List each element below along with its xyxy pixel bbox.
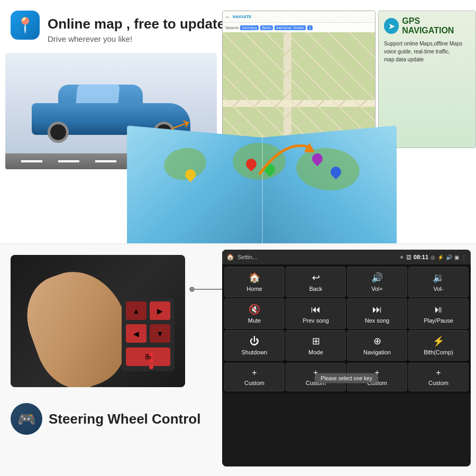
bluetooth-comp-button[interactable]: ⚡ Blth(Comp) <box>408 330 469 361</box>
next-song-button[interactable]: ⏭ Nex song <box>347 298 407 329</box>
top-section: Online map , free to update. Drive where… <box>0 0 476 243</box>
online-map-text: Online map , free to update. Drive where… <box>48 16 228 43</box>
back-button[interactable]: ↩ Back <box>286 267 346 297</box>
pin-yellow <box>185 169 196 180</box>
status-location-icon: ◎ <box>431 254 435 260</box>
shutdown-button[interactable]: ⏻ Shutdown <box>224 330 285 361</box>
navigation-label: Navigation <box>363 349 391 355</box>
vol-plus-button[interactable]: 🔊 Vol+ <box>347 267 407 297</box>
prev-song-label: Prev song <box>303 317 329 324</box>
bluetooth-label: Blth(Comp) <box>424 349 453 355</box>
status-home-icon: 🏠 <box>226 253 234 261</box>
map-back-button[interactable]: ← <box>225 14 230 20</box>
play-pause-button[interactable]: ⏯ Play/Pause <box>408 298 469 329</box>
vol-plus-label: Vol+ <box>371 286 383 292</box>
next-song-icon: ⏭ <box>372 304 382 315</box>
status-settings-text: Settin... <box>237 254 396 260</box>
status-menu-icon: ⋮ <box>461 254 466 260</box>
pin-head-blue <box>328 164 343 179</box>
red-dot-2 <box>149 359 153 363</box>
steering-interior: ▲ ▶ ◀ ▼ ⊞ <box>11 255 185 387</box>
shutdown-label: Shutdown <box>242 349 268 355</box>
steering-control-text: Steering Wheel Control <box>49 411 200 427</box>
custom-row: Please select one key + Custom + Custom … <box>222 363 471 393</box>
car-wheel-left <box>48 122 69 143</box>
control-panel: 🏠 Settin... ☀ 🖼 08:11 ◎ ⚡ 🔊 ▣ ⋮ 🏠 Home ↩ <box>222 250 471 466</box>
navigation-button[interactable]: ⊕ Navigation <box>347 330 407 361</box>
home-icon: 🏠 <box>249 272 260 283</box>
map-breadcrumb: Germany Berlin Aachener Straße 1 <box>240 25 313 30</box>
status-icons: ☀ 🖼 08:11 ◎ ⚡ 🔊 ▣ ⋮ <box>399 254 466 260</box>
map-app-icon <box>11 11 40 40</box>
status-volume-icon: 🔊 <box>446 254 452 260</box>
pin-blue <box>331 167 341 177</box>
next-song-label: Nex song <box>365 317 389 324</box>
mode-icon: ⊞ <box>312 335 320 347</box>
bluetooth-icon: ⚡ <box>433 335 444 347</box>
breadcrumb-number: 1 <box>307 25 313 30</box>
mute-button[interactable]: 🔇 Mute <box>224 298 285 329</box>
custom-button-1[interactable]: + Custom <box>224 363 285 391</box>
gps-description: Support online Maps,offline Mapsvoice gu… <box>384 40 470 63</box>
navigation-icon: ⊕ <box>373 335 381 347</box>
map-subtitle: Drive wherever you like! <box>48 34 228 43</box>
status-bluetooth-icon: ⚡ <box>437 254 444 260</box>
map-top-bar: ← NAIGATE <box>223 11 375 23</box>
steer-btn-4: ▼ <box>150 324 170 343</box>
status-battery-icon: ▣ <box>454 254 459 260</box>
steer-btn-3: ◀ <box>126 324 147 343</box>
gps-arrow-icon: ➤ <box>384 18 399 34</box>
select-key-overlay: Please select one key <box>314 373 378 383</box>
steering-wheel-photo: ▲ ▶ ◀ ▼ ⊞ <box>11 255 185 387</box>
status-bar: 🏠 Settin... ☀ 🖼 08:11 ◎ ⚡ 🔊 ▣ ⋮ <box>222 250 471 264</box>
curved-arrow-icon <box>254 132 317 185</box>
map-left-panel <box>127 125 262 255</box>
status-image-icon: 🖼 <box>406 254 411 260</box>
status-sun-icon: ☀ <box>399 254 404 260</box>
custom-1-label: Custom <box>244 380 264 386</box>
mode-button[interactable]: ⊞ Mode <box>286 330 346 361</box>
mute-label: Mute <box>248 317 261 324</box>
red-dots <box>149 352 153 371</box>
breadcrumb-country: Germany <box>240 25 259 30</box>
red-dot-1 <box>149 352 153 356</box>
prev-song-icon: ⏮ <box>311 304 321 315</box>
vol-minus-label: Vol- <box>434 286 444 292</box>
button-grid: 🏠 Home ↩ Back 🔊 Vol+ 🔉 Vol- 🔇 Mute ⏮ <box>222 264 471 363</box>
gps-title-row: ➤ GPS NAVIGATION <box>384 16 470 35</box>
red-dot-3 <box>149 365 153 369</box>
map-search-bar: Search Germany Berlin Aachener Straße 1 <box>223 23 375 32</box>
steer-btn-5: ⊞ <box>126 347 170 366</box>
play-pause-icon: ⏯ <box>434 304 443 315</box>
custom-4-icon: + <box>436 368 441 378</box>
vol-plus-icon: 🔊 <box>371 272 383 283</box>
connector-line-h <box>192 289 225 290</box>
car-windshield <box>76 84 120 104</box>
custom-button-4[interactable]: + Custom <box>408 363 469 391</box>
back-icon: ↩ <box>312 272 320 283</box>
map-screenshot: ← NAIGATE Search Germany Berlin Aachener… <box>222 11 376 148</box>
home-button[interactable]: 🏠 Home <box>224 267 285 297</box>
steering-control-label: 🎮 Steering Wheel Control <box>11 403 200 435</box>
gps-title: GPS NAVIGATION <box>402 16 470 35</box>
vol-minus-icon: 🔉 <box>433 272 444 283</box>
map-search-label: NAIGATE <box>233 14 251 19</box>
steering-button-group: ▲ ▶ ◀ ▼ ⊞ <box>122 297 175 371</box>
back-label: Back <box>309 286 322 292</box>
play-pause-label: Play/Pause <box>424 317 453 324</box>
select-key-text: Please select one key <box>321 376 372 381</box>
map-title: Online map , free to update. <box>48 16 228 32</box>
breadcrumb-city: Berlin <box>260 25 273 30</box>
vol-minus-button[interactable]: 🔉 Vol- <box>408 267 469 297</box>
custom-1-icon: + <box>252 368 257 378</box>
mute-icon: 🔇 <box>249 304 260 315</box>
breadcrumb-street: Aachener Straße <box>274 25 306 30</box>
shutdown-icon: ⏻ <box>250 336 259 347</box>
steer-btn-1: ▲ <box>126 301 147 320</box>
prev-song-button[interactable]: ⏮ Prev song <box>286 298 346 329</box>
steering-wheel-icon: 🎮 <box>11 403 42 435</box>
bottom-section: ▲ ▶ ◀ ▼ ⊞ 🎮 Steering Wheel Control 🏠 Set… <box>0 243 476 476</box>
steer-btn-2: ▶ <box>150 301 170 320</box>
status-time: 08:11 <box>414 254 428 260</box>
search-label: Search <box>225 25 239 30</box>
